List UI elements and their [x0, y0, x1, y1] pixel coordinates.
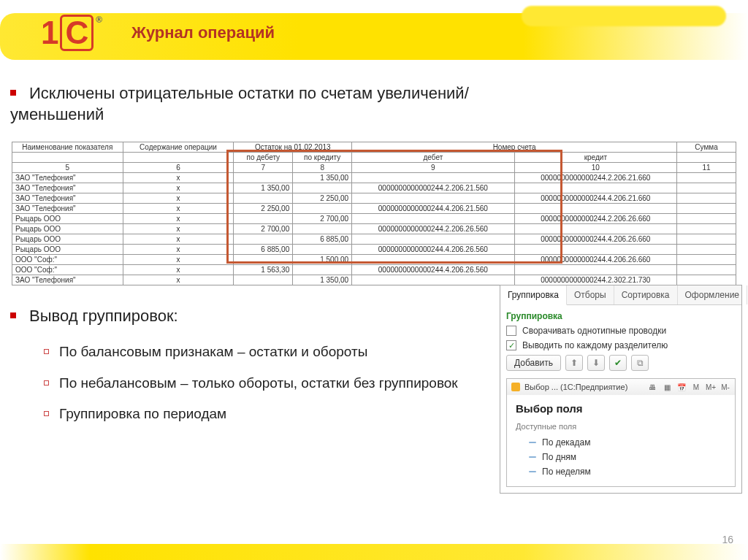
table-header: Номер счета [352, 142, 677, 153]
add-button[interactable]: Добавить [506, 355, 561, 371]
table-cell [12, 153, 123, 163]
table-row: по дебетупо кредитудебеткредит [12, 153, 736, 163]
table-cell: 0000000000000244.4.206.26.560 [352, 265, 514, 275]
table-cell: 1 563,30 [234, 265, 293, 275]
table-cell [514, 245, 676, 255]
table-header-row: Наименование показателяСодержание операц… [12, 142, 736, 153]
table-row: Рыцарь ОООx2 700,000000000000000244.2.20… [12, 224, 736, 234]
table-row: ЗАО "Телефония"x2 250,000000000000000244… [12, 204, 736, 214]
table-row: 567891011 [12, 163, 736, 173]
move-up-button[interactable]: ⬆ [565, 355, 583, 371]
m-minus-button[interactable]: M- [720, 382, 730, 392]
table-cell [677, 153, 736, 163]
table-cell: по дебету [234, 153, 293, 163]
apply-button[interactable]: ✔ [609, 355, 627, 371]
balance-table: Наименование показателяСодержание операц… [12, 142, 736, 285]
table-cell: 0000000000000244.2.302.21.730 [514, 275, 676, 285]
table-cell [677, 275, 736, 285]
table-cell [514, 265, 676, 275]
move-down-button[interactable]: ⬇ [587, 355, 605, 371]
table-cell: 2 250,00 [234, 204, 293, 214]
copy-button[interactable]: ⧉ [631, 355, 649, 371]
sub-bullet-list: По балансовым признакам – остатки и обор… [44, 343, 482, 437]
checkbox-output-row[interactable]: Выводить по каждому разделителю [506, 340, 736, 350]
table-cell: x [123, 204, 234, 214]
table-row: ЗАО "Телефония"x1 350,000000000000000244… [12, 275, 736, 285]
table-cell: 5 [12, 163, 123, 173]
checkbox-output[interactable] [506, 340, 516, 350]
table-cell: 6 [123, 163, 234, 173]
table-cell: 0000000000000244.4.206.26.660 [514, 234, 676, 245]
header-brush [0, 13, 748, 60]
checkbox-output-label: Выводить по каждому разделителю [522, 340, 668, 350]
table-cell: 0000000000000244.4.206.26.660 [514, 255, 676, 265]
table-cell: 10 [514, 163, 676, 173]
table-cell [677, 183, 736, 193]
sub-marker [44, 411, 49, 416]
calendar-icon[interactable]: 📅 [676, 382, 687, 392]
table-cell [677, 214, 736, 224]
table-cell: 0000000000000244.2.206.26.660 [514, 214, 676, 224]
table-cell [352, 193, 514, 204]
sub-marker [44, 380, 49, 386]
table-cell [293, 265, 352, 275]
table-cell: x [123, 265, 234, 275]
tab-filters[interactable]: Отборы [567, 285, 614, 304]
tab-grouping[interactable]: Группировка [500, 285, 567, 305]
table-cell [677, 255, 736, 265]
sub-bullet-1: По балансовым признакам – остатки и обор… [44, 343, 482, 361]
table-cell [293, 245, 352, 255]
table-cell: 6 885,00 [293, 234, 352, 245]
table-cell: 2 250,00 [293, 193, 352, 204]
table-cell [352, 255, 514, 265]
table-cell: ЗАО "Телефония" [12, 193, 123, 204]
table-cell: x [123, 183, 234, 193]
calc-icon[interactable]: ▦ [662, 382, 672, 392]
page-title: Журнал операций [131, 23, 275, 42]
field-by-decades[interactable]: По декадам [516, 435, 726, 450]
table-header: Наименование показателя [12, 142, 123, 153]
available-fields-label: Доступные поля [516, 422, 726, 431]
field-label: По декадам [542, 437, 590, 448]
m-plus-button[interactable]: M+ [706, 382, 716, 392]
field-label: По неделям [542, 467, 591, 477]
checkbox-collapse-row[interactable]: Сворачивать однотипные проводки [506, 326, 736, 336]
table-cell [352, 275, 514, 285]
table-row: ООО "Соф:"x1 500,000000000000000244.4.20… [12, 255, 736, 265]
table-row: ЗАО "Телефония"x1 350,000000000000000244… [12, 183, 736, 193]
grouping-section-title: Группировка [506, 311, 736, 321]
field-chooser-heading: Выбор поля [516, 402, 726, 415]
table-cell [234, 255, 293, 265]
table-row: Рыцарь ОООx6 885,000000000000000244.4.20… [12, 245, 736, 255]
checkbox-collapse[interactable] [506, 326, 516, 336]
field-by-weeks[interactable]: По неделям [516, 464, 726, 479]
field-icon [529, 442, 536, 443]
tab-sorting[interactable]: Сортировка [614, 285, 678, 304]
table-cell: x [123, 214, 234, 224]
table-cell [514, 204, 676, 214]
table-cell: ЗАО "Телефония" [12, 173, 123, 183]
bullet-2: Вывод группировок: [10, 307, 178, 326]
page-number: 16 [722, 534, 733, 545]
field-chooser-body: Выбор поля Доступные поля По декадам По … [507, 395, 735, 486]
table-row: ЗАО "Телефония"x1 350,000000000000000244… [12, 173, 736, 183]
table-cell [293, 183, 352, 193]
table-cell: x [123, 224, 234, 234]
sub-bullet-3-text: Группировка по периодам [59, 406, 226, 421]
field-label: По дням [542, 452, 576, 462]
table-cell: 1 350,00 [293, 173, 352, 183]
m-button[interactable]: M [691, 382, 701, 392]
table-cell [352, 173, 514, 183]
logo-registered: ® [96, 15, 102, 25]
table-cell: кредит [514, 153, 676, 163]
table-cell: 8 [293, 163, 352, 173]
footer-brush [0, 544, 748, 560]
table-row: ООО "Соф:"x1 563,300000000000000244.4.20… [12, 265, 736, 275]
logo-one: 1 [41, 15, 58, 50]
tab-formatting[interactable]: Оформление [678, 285, 747, 304]
table-header: Сумма [677, 142, 736, 153]
print-icon[interactable]: 🖶 [647, 382, 657, 392]
field-by-days[interactable]: По дням [516, 450, 726, 464]
bullet-marker [10, 90, 16, 96]
table-cell: 9 [352, 163, 514, 173]
